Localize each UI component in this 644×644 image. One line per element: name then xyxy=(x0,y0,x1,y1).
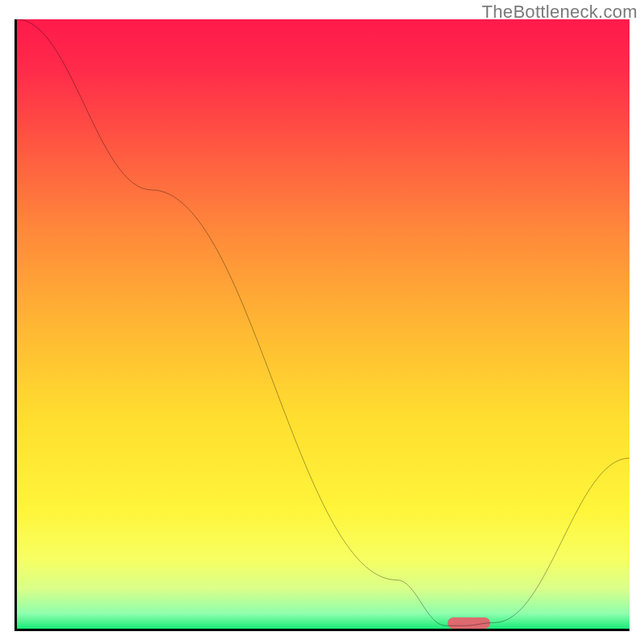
curve-path xyxy=(17,19,630,625)
chart-frame: TheBottleneck.com xyxy=(0,0,644,644)
bottleneck-curve xyxy=(17,19,630,629)
plot-area xyxy=(14,19,630,631)
